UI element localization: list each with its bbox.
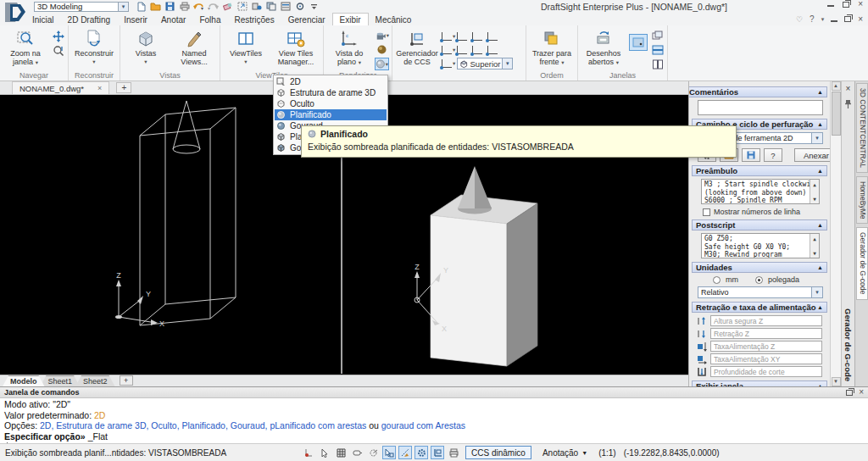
tab-mecanico[interactable]: Mecânico (369, 14, 419, 25)
line-numbers-checkbox[interactable] (703, 208, 710, 216)
coordinate-mode-dropdown-icon[interactable]: ▾ (811, 287, 822, 297)
qat-overflow-icon[interactable] (309, 2, 320, 12)
section-retraction[interactable]: Retração e taxa de alimentação ▲ (692, 302, 827, 313)
safe-height-z-input[interactable] (710, 315, 822, 326)
ccs-axis-icon[interactable] (487, 46, 498, 54)
ccs-icon-toggle[interactable] (431, 446, 444, 459)
pan-icon[interactable] (51, 30, 65, 42)
section-units[interactable]: Unidades ▲ (692, 262, 827, 273)
command-option-links[interactable]: 2D, Estrutura de arame 3D, Oculto, Plani… (40, 420, 366, 430)
viewtiles-manager-button[interactable]: View Tiles Manager... (271, 27, 320, 70)
pointer-toggle-icon[interactable] (318, 446, 331, 459)
preamble-scroll[interactable]: ▲▼ (810, 180, 819, 203)
grid-toggle-icon[interactable] (334, 446, 348, 459)
palette-scrollbar[interactable]: ▲ ▼ (830, 81, 841, 386)
save-icon[interactable] (164, 2, 175, 12)
add-sheet-button[interactable]: + (120, 375, 133, 386)
collapse-icon[interactable]: ▲ (817, 383, 823, 386)
scroll-up-icon[interactable]: ▲ (832, 81, 841, 91)
render-mode-button[interactable]: ▾ (375, 58, 389, 70)
sheet-tab-modelo[interactable]: Modelo (3, 375, 45, 386)
layer-tool-icon[interactable] (265, 2, 276, 12)
sheet-tab-sheet2[interactable]: Sheet2 (75, 375, 115, 386)
cut-depth-input[interactable] (710, 366, 822, 377)
doc-close-icon[interactable]: × (858, 16, 863, 23)
collapse-icon[interactable]: ▲ (817, 264, 823, 270)
section-postscript[interactable]: Postscript ▲ (692, 219, 827, 230)
annotation-dropdown[interactable]: Anotação ▼ (542, 448, 587, 458)
help-icon[interactable]: ? (810, 14, 815, 24)
section-comments[interactable]: Comentários ▲ (689, 86, 827, 97)
tile-horizontal-icon[interactable] (650, 44, 665, 57)
named-views-button[interactable]: Named Views... (171, 27, 217, 70)
document-tab-close-icon[interactable]: × (97, 84, 102, 92)
vistas-caret-icon[interactable]: ▾ (144, 58, 147, 66)
command-close-icon[interactable]: × (859, 389, 864, 396)
collapse-icon[interactable]: ▲ (817, 89, 823, 95)
bring-to-front-button[interactable]: Trazer para frente ▾ (529, 27, 575, 70)
inch-radio[interactable] (755, 276, 763, 284)
workspace-dropdown-icon[interactable]: ▾ (118, 3, 128, 11)
comments-input[interactable] (698, 100, 823, 115)
ccs-axis-icon[interactable] (487, 32, 498, 41)
tab-gerenciar[interactable]: Gerenciar (281, 14, 332, 25)
vistas-button[interactable]: Vistas ▾ (123, 27, 169, 70)
ortho-toggle-icon[interactable] (350, 446, 364, 459)
menu-item-hidden[interactable]: Oculto (275, 98, 387, 109)
menu-item-2d[interactable]: 2D (275, 76, 387, 87)
rebuild-caret-icon[interactable]: ▾ (92, 58, 95, 66)
tab-inserir[interactable]: Inserir (117, 14, 154, 25)
ccs-axis-icon[interactable] (442, 59, 452, 68)
rebuild-button[interactable]: Reconstruir ▾ (71, 27, 117, 70)
document-tab[interactable]: NONAME_0.dwg* × (12, 81, 109, 94)
new-document-tab-button[interactable]: + (116, 82, 131, 93)
zoom-window-button[interactable]: Zoom na janela ▾ (3, 27, 48, 70)
restore-icon[interactable] (843, 2, 849, 8)
eraser-icon[interactable] (222, 2, 233, 12)
cascade-windows-icon[interactable] (650, 30, 665, 42)
polar-toggle-icon[interactable] (366, 446, 380, 459)
tab-inicial[interactable]: Inicial (25, 14, 61, 25)
zoom-extents-icon[interactable] (236, 2, 248, 12)
zoom-dynamic-icon[interactable] (51, 44, 65, 57)
scroll-thumb[interactable] (832, 92, 841, 136)
view-orientation-dropdown-icon[interactable]: ▾ (502, 58, 512, 69)
ribbon-collapse-icon[interactable]: ▾ (821, 16, 825, 23)
feedrate-z-input[interactable] (710, 341, 822, 352)
doc-minimize-icon[interactable] (831, 17, 837, 22)
command-option-link2[interactable]: gouraud com Arestas (381, 420, 465, 430)
tab-anotar[interactable]: Anotar (154, 14, 192, 25)
bring-to-front-caret-icon[interactable]: ▾ (561, 59, 564, 65)
side-tab-homebyme[interactable]: HomeByMe (856, 176, 868, 224)
open-drawings-button[interactable]: Desenhos abertos ▾ (581, 27, 626, 70)
tab-folha[interactable]: Folha (192, 14, 227, 25)
section-display-window[interactable]: Exibir janela ▲ (692, 380, 827, 386)
help-button[interactable]: ? (764, 148, 782, 162)
close-icon[interactable]: × (858, 1, 863, 8)
zoom-window-caret-icon[interactable]: ▾ (36, 59, 38, 65)
entity-snap-icon[interactable] (251, 2, 262, 12)
scroll-down-icon[interactable]: ▼ (832, 377, 841, 386)
toolpath-dropdown-icon[interactable]: ▾ (811, 133, 822, 143)
ccs-caret-icon[interactable]: ▾ (453, 60, 455, 67)
sheet-tab-sheet1[interactable]: Sheet1 (41, 375, 81, 386)
menu-item-flat[interactable]: Planificado (275, 109, 387, 120)
retract-z-input[interactable] (710, 328, 822, 339)
collapse-icon[interactable]: ▲ (817, 168, 823, 174)
ccs-axis-icon[interactable] (472, 46, 482, 54)
ccs-axis-icon[interactable] (457, 32, 467, 41)
section-preamble[interactable]: Preâmbulo ▲ (692, 165, 827, 176)
command-float-icon[interactable] (846, 390, 853, 396)
command-window-titlebar[interactable]: Janela de comandos × (0, 387, 868, 398)
ccs-axis-icon[interactable] (442, 32, 452, 41)
postscript-textarea[interactable]: G0 Z50; Safe height G0 X0 Y0; M30; Rewin… (701, 233, 820, 258)
collapse-icon[interactable]: ▲ (817, 304, 823, 310)
tab-2d-drafting[interactable]: 2D Drafting (61, 14, 118, 25)
plan-view-button[interactable]: c Vista do plano ▾ (326, 27, 372, 70)
tile-vertical-icon[interactable] (650, 58, 665, 70)
coordinate-mode-combo[interactable]: Relativo ▾ (698, 286, 823, 298)
shaded-sphere-icon[interactable] (375, 44, 389, 57)
collapse-icon[interactable]: ▲ (817, 121, 823, 127)
etrack-toggle-icon[interactable] (398, 446, 412, 459)
side-tab-gcode[interactable]: Gerador de G-code (856, 227, 868, 299)
